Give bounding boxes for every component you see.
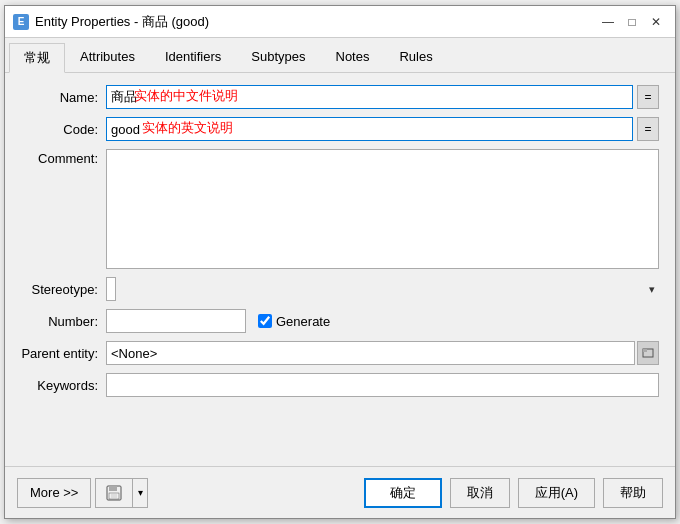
comment-label: Comment: bbox=[21, 149, 106, 269]
browse-icon bbox=[642, 347, 654, 359]
minimize-button[interactable]: — bbox=[597, 11, 619, 33]
number-row: Number: Generate bbox=[21, 309, 659, 333]
svg-rect-5 bbox=[111, 494, 117, 498]
parent-entity-browse-button[interactable] bbox=[637, 341, 659, 365]
name-field[interactable] bbox=[106, 85, 633, 109]
tabs-bar: 常规 Attributes Identifiers Subtypes Notes… bbox=[5, 38, 675, 73]
save-button[interactable] bbox=[95, 478, 132, 508]
keywords-row: Keywords: bbox=[21, 373, 659, 397]
cancel-button[interactable]: 取消 bbox=[450, 478, 510, 508]
name-row: Name: 实体的中文件说明 = bbox=[21, 85, 659, 109]
number-input-wrap: Generate bbox=[106, 309, 659, 333]
number-label: Number: bbox=[21, 314, 106, 329]
code-row: Code: 实体的英文说明 = bbox=[21, 117, 659, 141]
titlebar-left: E Entity Properties - 商品 (good) bbox=[13, 13, 209, 31]
code-input-wrap: 实体的英文说明 = bbox=[106, 117, 659, 141]
generate-checkbox[interactable] bbox=[258, 314, 272, 328]
maximize-button[interactable]: □ bbox=[621, 11, 643, 33]
titlebar-controls: — □ ✕ bbox=[597, 11, 667, 33]
stereotype-row: Stereotype: bbox=[21, 277, 659, 301]
stereotype-select[interactable] bbox=[106, 277, 116, 301]
close-button[interactable]: ✕ bbox=[645, 11, 667, 33]
form-content: Name: 实体的中文件说明 = Code: 实体的英文说明 = C bbox=[5, 73, 675, 466]
save-icon bbox=[106, 485, 122, 501]
titlebar: E Entity Properties - 商品 (good) — □ ✕ bbox=[5, 6, 675, 38]
stereotype-select-wrapper bbox=[106, 277, 659, 301]
help-button[interactable]: 帮助 bbox=[603, 478, 663, 508]
comment-row: Comment: bbox=[21, 149, 659, 269]
window-icon: E bbox=[13, 14, 29, 30]
name-input-container: 实体的中文件说明 bbox=[106, 85, 633, 109]
footer-left: More >> ▾ bbox=[17, 478, 148, 508]
code-input-container: 实体的英文说明 bbox=[106, 117, 633, 141]
name-label: Name: bbox=[21, 90, 106, 105]
svg-rect-1 bbox=[643, 349, 647, 352]
number-field[interactable] bbox=[106, 309, 246, 333]
stereotype-input-wrap bbox=[106, 277, 659, 301]
window-title: Entity Properties - 商品 (good) bbox=[35, 13, 209, 31]
stereotype-label: Stereotype: bbox=[21, 282, 106, 297]
code-label: Code: bbox=[21, 122, 106, 137]
tab-attributes[interactable]: Attributes bbox=[65, 43, 150, 73]
parent-entity-field[interactable] bbox=[106, 341, 635, 365]
generate-label: Generate bbox=[258, 314, 330, 329]
save-button-group: ▾ bbox=[95, 478, 148, 508]
more-button[interactable]: More >> bbox=[17, 478, 91, 508]
tab-notes[interactable]: Notes bbox=[321, 43, 385, 73]
tab-identifiers[interactable]: Identifiers bbox=[150, 43, 236, 73]
apply-button[interactable]: 应用(A) bbox=[518, 478, 595, 508]
svg-rect-3 bbox=[109, 486, 117, 491]
code-field[interactable] bbox=[106, 117, 633, 141]
tab-rules[interactable]: Rules bbox=[384, 43, 447, 73]
tab-subtypes[interactable]: Subtypes bbox=[236, 43, 320, 73]
footer: More >> ▾ 确定 取消 应用(A) 帮助 bbox=[5, 466, 675, 518]
entity-properties-window: E Entity Properties - 商品 (good) — □ ✕ 常规… bbox=[4, 5, 676, 519]
name-eq-button[interactable]: = bbox=[637, 85, 659, 109]
tab-general[interactable]: 常规 bbox=[9, 43, 65, 73]
parent-entity-label: Parent entity: bbox=[21, 346, 106, 361]
code-eq-button[interactable]: = bbox=[637, 117, 659, 141]
keywords-input-wrap bbox=[106, 373, 659, 397]
parent-entity-row: Parent entity: bbox=[21, 341, 659, 365]
comment-field[interactable] bbox=[106, 149, 659, 269]
ok-button[interactable]: 确定 bbox=[364, 478, 442, 508]
save-dropdown-button[interactable]: ▾ bbox=[132, 478, 148, 508]
keywords-label: Keywords: bbox=[21, 378, 106, 393]
parent-entity-wrap bbox=[106, 341, 659, 365]
name-input-wrap: 实体的中文件说明 = bbox=[106, 85, 659, 109]
keywords-field[interactable] bbox=[106, 373, 659, 397]
